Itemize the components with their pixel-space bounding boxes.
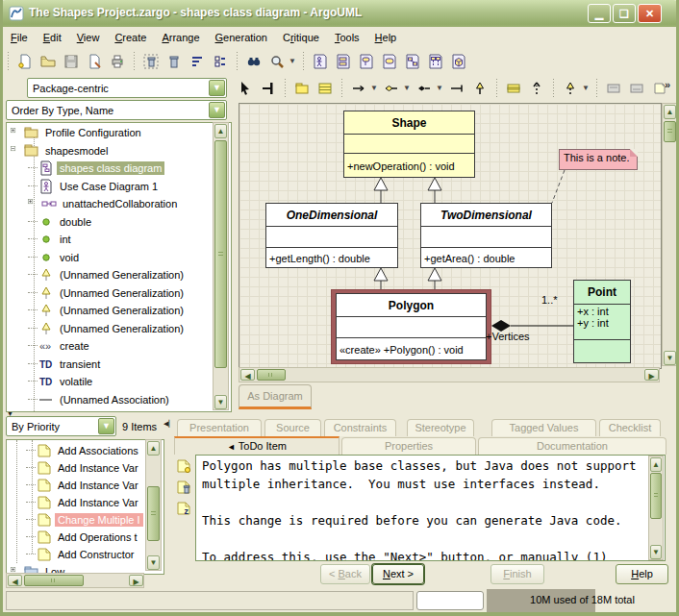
tree-item-label[interactable]: transient	[57, 357, 103, 371]
generalization-tool-button[interactable]	[468, 78, 491, 99]
tab-source[interactable]: Source	[264, 419, 321, 436]
new-state-diagram-button[interactable]	[355, 51, 378, 72]
snooze-todo-button[interactable]: z	[176, 501, 191, 518]
delete-todo-button[interactable]	[176, 480, 191, 497]
new-todo-button[interactable]	[176, 458, 191, 476]
tree-item[interactable]: unattachedCollaboration	[7, 195, 231, 212]
canvas-v-scrollbar-thumb[interactable]	[664, 121, 676, 142]
todo-text-scrollbar[interactable]: ▲▼	[648, 456, 664, 560]
menu-edit[interactable]: Edit	[36, 29, 69, 46]
uml-note[interactable]: This is a note.	[559, 149, 638, 170]
canvas-h-scrollbar-arrow-right[interactable]: ▶	[644, 369, 659, 381]
menu-generation[interactable]: Generation	[208, 29, 275, 46]
tree-item-label[interactable]: (Unnamed Generalization)	[57, 286, 187, 300]
tree-item-label[interactable]: create	[57, 339, 92, 353]
canvas-h-scrollbar-arrow-left[interactable]: ◀	[240, 369, 255, 381]
tab-checklist[interactable]: Checklist	[599, 419, 661, 436]
realization-tool-button[interactable]	[559, 78, 582, 99]
tab-properties[interactable]: Properties	[341, 437, 476, 455]
todo-item[interactable]: Add Associations	[7, 442, 163, 459]
menu-help[interactable]: Help	[367, 29, 405, 46]
expander-plus-icon[interactable]	[28, 198, 37, 209]
menu-tools[interactable]: Tools	[327, 29, 367, 46]
association-tool-dropdown-icon[interactable]: ▼	[370, 81, 380, 96]
maximize-button[interactable]: ❑	[613, 4, 636, 23]
todo-item-label[interactable]: Add Associations	[55, 444, 141, 457]
next-button[interactable]: Next >	[372, 564, 424, 584]
tree-item[interactable]: OneDimensional	[7, 408, 231, 412]
explorer-scrollbar-thumb[interactable]	[214, 140, 227, 368]
todo-pane-collapse-handle[interactable]: ◀▏	[163, 420, 174, 427]
tab-tagged-values[interactable]: Tagged Values	[491, 419, 596, 436]
new-deployment-diagram-button[interactable]	[447, 51, 470, 72]
composition-tool-dropdown-icon[interactable]: ▼	[436, 81, 445, 96]
tree-item-label[interactable]: int	[57, 233, 74, 246]
todo-text-scrollbar-thumb[interactable]	[650, 473, 662, 519]
find-button[interactable]	[242, 51, 265, 72]
uml-class-onedimensional[interactable]: OneDimensional+getLength() : double	[265, 203, 398, 268]
perspective-config-button[interactable]	[7, 79, 24, 96]
tree-item[interactable]: shapes class diagram	[7, 160, 231, 177]
todo-v-scrollbar[interactable]: ▲▼	[145, 439, 162, 571]
checklist-button[interactable]	[209, 51, 232, 72]
tree-item-label[interactable]: void	[57, 251, 82, 264]
tree-item-label[interactable]: (Unnamed Generalization)	[57, 304, 187, 317]
expander-minus-icon[interactable]	[11, 145, 19, 157]
todo-text-scrollbar-arrow-up[interactable]: ▲	[650, 457, 662, 472]
help-button[interactable]: Help	[616, 564, 668, 584]
todo-text-scrollbar-arrow-down[interactable]: ▼	[650, 545, 662, 559]
aggregation-tool-dropdown-icon[interactable]: ▼	[403, 81, 413, 96]
zoom-button[interactable]	[265, 51, 289, 72]
tab-presentation[interactable]: Presentation	[177, 419, 262, 436]
chevron-down-icon[interactable]: ▼	[98, 418, 114, 434]
todo-item-label[interactable]: Add Operations t	[55, 530, 140, 544]
tree-item[interactable]: (Unnamed Generalization)	[7, 266, 231, 283]
menu-create[interactable]: Create	[107, 29, 154, 46]
perspective-combo[interactable]: Package-centric ▼	[27, 78, 227, 98]
todo-h-scrollbar-arrow-left[interactable]: ◀	[8, 575, 22, 586]
todo-item[interactable]: Change Multiple I	[7, 511, 163, 529]
minimize-button[interactable]: ▁	[588, 4, 611, 23]
tree-item-label[interactable]: (Unnamed Association)	[57, 393, 172, 407]
canvas-v-scrollbar-arrow-down[interactable]: ▼	[664, 351, 676, 365]
import-file-button[interactable]	[83, 51, 106, 72]
uniassociation-tool-button[interactable]	[445, 78, 468, 99]
multiplicity-label[interactable]: 1..*	[541, 294, 558, 306]
canvas-h-scrollbar-thumb[interactable]	[257, 369, 286, 381]
uml-class-polygon[interactable]: Polygon«create» +Polygon() : void	[336, 293, 487, 360]
new-usecase-diagram-button[interactable]	[309, 51, 332, 72]
operation-tool-button[interactable]	[625, 78, 648, 99]
toolbar-overflow-button[interactable]: »	[665, 79, 670, 90]
tree-item[interactable]: void	[7, 249, 231, 266]
tree-item[interactable]: (Unnamed Generalization)	[7, 284, 231, 302]
tree-item[interactable]: double	[7, 213, 231, 231]
new-collaboration-diagram-button[interactable]	[401, 51, 424, 72]
association-role-label[interactable]: +Vertices	[486, 331, 530, 342]
todo-item-label[interactable]: Change Multiple I	[55, 513, 143, 527]
new-project-button[interactable]	[13, 51, 37, 72]
explorer-scrollbar-arrow-down[interactable]: ▼	[214, 395, 227, 409]
tree-item[interactable]: «»create	[7, 337, 231, 355]
canvas-v-scrollbar[interactable]: ▲▼	[662, 103, 678, 366]
todo-item-label[interactable]: Add Instance Var	[55, 479, 141, 492]
todo-item[interactable]: Add Instance Var	[7, 459, 163, 477]
broom-tool-button[interactable]	[257, 78, 280, 99]
package-tool-button[interactable]	[290, 78, 314, 99]
uml-class-twodimensional[interactable]: TwoDimensional+getArea() : double	[420, 203, 552, 268]
delete-from-model-button[interactable]	[163, 51, 186, 72]
tree-item[interactable]: int	[7, 231, 231, 248]
canvas-h-scrollbar[interactable]: ◀▶	[239, 367, 660, 382]
todo-item-label[interactable]: Add Constructor	[55, 548, 137, 561]
title-bar[interactable]: The Shapes Project.zargo - shapes class …	[0, 0, 679, 27]
todo-filter-combo[interactable]: By Priority ▼	[6, 416, 116, 436]
tree-item-label[interactable]: (Unnamed Generalization)	[57, 322, 187, 335]
close-button[interactable]: ✕	[638, 4, 662, 23]
class-tool-button[interactable]	[314, 78, 337, 99]
tree-item[interactable]: TDvolatile	[7, 373, 231, 390]
todo-v-scrollbar-arrow-down[interactable]: ▼	[147, 555, 160, 570]
expander-plus-icon[interactable]	[11, 127, 19, 138]
perspective-config-button[interactable]	[186, 51, 209, 72]
tree-item[interactable]: Use Case Diagram 1	[7, 178, 231, 195]
new-activity-diagram-button[interactable]	[378, 51, 401, 72]
todo-item[interactable]: Add Instance Var	[7, 477, 163, 494]
